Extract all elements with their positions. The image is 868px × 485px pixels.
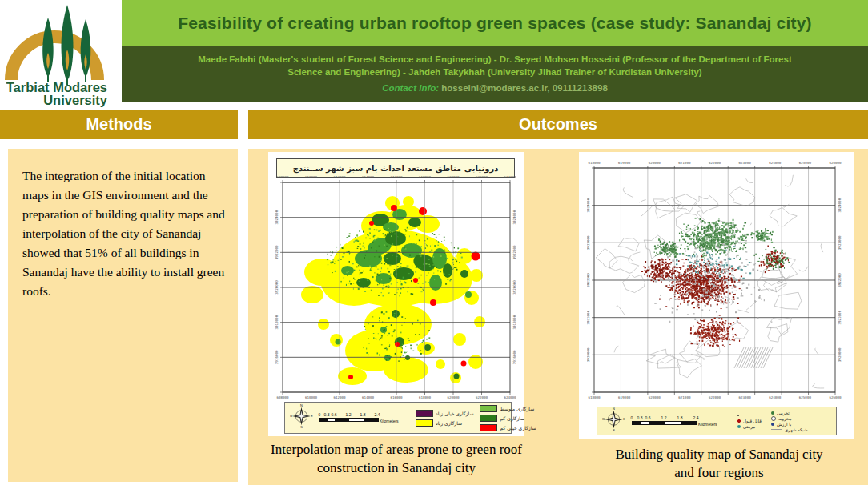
svg-text:E: E (311, 415, 313, 418)
svg-text:618000: 618000 (588, 395, 601, 399)
compass-rose-icon: NESW (290, 403, 313, 429)
compass-rose-icon: NESW (602, 407, 625, 432)
interpolation-map-caption: Interpolation map of areas prone to gree… (264, 441, 528, 478)
legend-marker-line (771, 429, 782, 430)
legend-swatch (480, 424, 497, 431)
svg-text:621000: 621000 (678, 162, 691, 165)
authors-text: Maede Falahi (Master's student of Forest… (122, 46, 868, 78)
legend-row: مرمتی (737, 424, 762, 430)
logo-cypress-trees (42, 5, 90, 85)
legend-row: مخروبه (771, 415, 808, 421)
legend-row (737, 413, 762, 419)
legend-swatch (480, 415, 497, 422)
svg-text:622000: 622000 (476, 395, 488, 399)
svg-text:620000: 620000 (649, 162, 661, 165)
svg-text:623000: 623000 (739, 162, 752, 165)
interpolation-map-card: درونیابی مناطق مستعد احداث بام سبز شهر س… (268, 152, 524, 436)
svg-text:620000: 620000 (447, 176, 460, 179)
legend-row: سازگاری متوسط (480, 405, 536, 412)
legend-label: سازگاری متوسط (500, 406, 534, 411)
svg-text:616000: 616000 (390, 176, 403, 179)
svg-text:3920000: 3920000 (512, 280, 516, 295)
svg-text:3918000: 3918000 (512, 315, 516, 329)
svg-text:625000: 625000 (799, 162, 812, 165)
legend-swatch (480, 405, 497, 412)
legend-row: سازگاری زیاد (416, 419, 473, 427)
svg-text:3924000: 3924000 (512, 210, 516, 224)
svg-text:3924000: 3924000 (275, 210, 279, 224)
interpolation-map-persian-title: درونیابی مناطق مستعد احداث بام سبز شهر س… (276, 158, 515, 178)
legend-row: تخریبی (771, 410, 808, 415)
legend-marker-dot (737, 425, 741, 428)
svg-text:620000: 620000 (649, 395, 661, 399)
svg-text:626000: 626000 (829, 162, 842, 165)
contact-line: Contact Info: hosseini@modares.ac.ir, 09… (122, 83, 868, 93)
svg-text:621000: 621000 (678, 395, 691, 399)
interp-legend-group-a: سازگاری خیلی زیادسازگاری زیاد (416, 408, 473, 427)
legend-marker-dot (771, 423, 774, 426)
svg-text:3921000: 3921000 (838, 310, 842, 324)
svg-text:3916000: 3916000 (275, 350, 279, 364)
svg-text:3924000: 3924000 (587, 198, 590, 212)
svg-text:3922000: 3922000 (838, 273, 842, 287)
tarbiat-modares-logo-icon: Tarbiat Modares University (0, 0, 112, 107)
svg-text:612000: 612000 (333, 395, 346, 399)
svg-text:619000: 619000 (618, 395, 631, 399)
svg-text:616000: 616000 (390, 395, 403, 399)
svg-text:622000: 622000 (476, 176, 488, 179)
legend-marker-tinydot (737, 415, 739, 416)
svg-text:619000: 619000 (618, 162, 631, 165)
legend-marker-dot (771, 411, 774, 415)
legend-row: سازگاری خیلی زیاد (416, 410, 473, 417)
contact-label: Contact Info: (382, 83, 439, 93)
svg-text:3922000: 3922000 (275, 245, 279, 259)
svg-text:623000: 623000 (739, 395, 752, 399)
parcel-outlines (596, 175, 824, 388)
legend-label: مرمتی (743, 424, 755, 429)
authors-bar: Maede Falahi (Master's student of Forest… (122, 46, 868, 102)
svg-text:622000: 622000 (709, 162, 721, 165)
contact-value[interactable]: hosseini@modares.ac.ir, 09111213898 (441, 83, 608, 93)
methods-section-header: Methods (0, 110, 238, 139)
quality-map-caption: Building quality map of Sanandaj city an… (607, 446, 831, 483)
svg-text:W: W (290, 415, 293, 418)
poster-title: Feasibility of creating urban rooftop gr… (178, 14, 812, 33)
quality-legend-left-column: قابل قبولمرمتی (737, 413, 762, 430)
building-quality-map: 6180006180006190006190006200006200006210… (587, 162, 846, 402)
legend-row: قابل قبول (737, 419, 762, 424)
legend-label: سازگاری خیلی کم (500, 425, 536, 431)
legend-row: با ارزش (771, 421, 808, 427)
svg-text:3920000: 3920000 (587, 347, 590, 362)
svg-text:618000: 618000 (588, 162, 601, 165)
legend-label: با ارزش (777, 422, 792, 427)
legend-row: سازگاری خیلی کم (480, 424, 536, 431)
svg-text:610000: 610000 (305, 395, 318, 399)
quality-map-card: 6180006180006190006190006200006200006210… (579, 152, 854, 439)
quality-scalebar: 00.30.61.21.82.4Kilometers (632, 415, 728, 427)
svg-text:3920000: 3920000 (838, 347, 842, 362)
svg-text:622000: 622000 (709, 395, 721, 399)
svg-text:618000: 618000 (419, 395, 432, 399)
legend-swatch (416, 419, 433, 427)
poster-page: Tarbiat Modares University Feasibility o… (0, 0, 868, 485)
interp-scalebar: 00.30.61.21.82.4Kilometers (319, 412, 409, 424)
quality-compass: NESW (602, 407, 625, 435)
svg-text:S: S (300, 425, 303, 429)
legend-row: شبکه شهری (771, 427, 808, 432)
legend-swatch (416, 410, 433, 417)
methods-paragraph: The integration of the initial location … (8, 149, 238, 301)
logo-text-line2: University (43, 93, 108, 107)
svg-text:S: S (613, 428, 615, 432)
svg-text:620000: 620000 (447, 395, 460, 399)
svg-text:3921000: 3921000 (587, 310, 590, 324)
outcomes-section-header: Outcomes (248, 110, 868, 139)
interp-legend-group-b: سازگاری متوسطسازگاری کمسازگاری خیلی کم (480, 403, 536, 432)
legend-row: سازگاری کم (480, 415, 536, 422)
svg-text:3923000: 3923000 (838, 235, 842, 250)
interp-compass: NESW (290, 403, 313, 432)
svg-text:3922000: 3922000 (587, 273, 590, 287)
hatched-area (734, 347, 773, 368)
methods-panel: The integration of the initial location … (8, 149, 238, 482)
svg-text:624000: 624000 (504, 395, 516, 399)
svg-text:612000: 612000 (333, 176, 346, 179)
